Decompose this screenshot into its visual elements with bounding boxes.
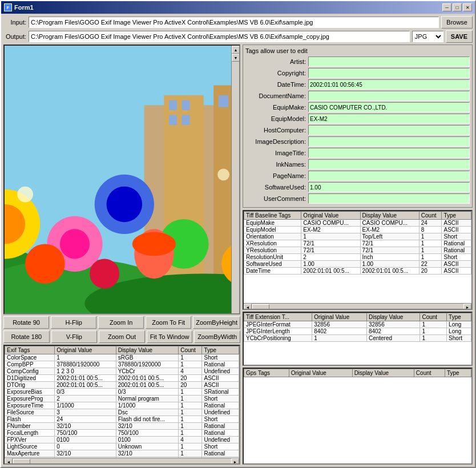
input-field[interactable] xyxy=(29,17,439,28)
rotate90-button[interactable]: Rotate 90 xyxy=(3,316,49,329)
table-cell: ColorSpace xyxy=(5,354,55,361)
tiff-col-tags: Tiff Baseline Tags xyxy=(244,212,301,220)
zoomtofit-button[interactable]: Zoom To Fit xyxy=(146,316,191,329)
tag-input[interactable] xyxy=(308,182,470,192)
table-cell: ExposureTime xyxy=(5,402,55,409)
preview-image xyxy=(5,46,239,313)
tag-input[interactable] xyxy=(308,193,470,204)
vflip-button[interactable]: V-Flip xyxy=(51,330,98,343)
tag-input[interactable] xyxy=(308,171,470,181)
close-button[interactable]: ✕ xyxy=(463,3,472,11)
right-tables: Tiff Baseline Tags Original Value Displa… xyxy=(243,210,473,465)
tiff-scroll-thumb[interactable] xyxy=(252,304,269,310)
scroll-right-button[interactable]: ► xyxy=(231,458,239,465)
table-cell: 32/10 xyxy=(116,450,178,457)
table-cell: Undefined xyxy=(202,368,239,375)
table-cell: 2002:01:01 00:5... xyxy=(55,375,116,382)
table-row: FocalLength750/100750/1001Rational xyxy=(5,430,239,437)
exif-table-scroll[interactable]: Exif Tags Original Value Display Value C… xyxy=(5,346,239,458)
tag-label: ImageDescription: xyxy=(245,138,308,145)
table-row: ColorSpace1sRGB1Short xyxy=(5,354,239,361)
output-field[interactable] xyxy=(29,31,410,42)
scroll-down-button[interactable]: ▼ xyxy=(232,54,240,62)
tag-input[interactable] xyxy=(308,57,470,67)
table-cell: Rational xyxy=(442,247,471,254)
table-cell: Orientation xyxy=(244,233,301,240)
rotate180-button[interactable]: Rotate 180 xyxy=(3,330,50,343)
table-cell: 1 xyxy=(179,361,202,368)
maximize-button[interactable]: □ xyxy=(453,3,462,11)
tag-input[interactable] xyxy=(308,91,470,101)
table-row: ExposureTime1/10001/10001Rational xyxy=(5,402,239,409)
table-cell: CASIO COMPU... xyxy=(301,220,360,227)
tag-row: DateTime: xyxy=(245,79,470,90)
tiff-baseline-horiz-scrollbar[interactable]: ◄ ► xyxy=(244,303,471,310)
tiff-extension-scroll[interactable]: Tiff Extension T... Original Value Displ… xyxy=(244,313,471,366)
table-cell: Short xyxy=(202,354,239,361)
svg-rect-2 xyxy=(164,95,203,304)
table-row: XResolution72/172/11Rational xyxy=(244,240,471,247)
format-select[interactable]: JPG PNG BMP xyxy=(412,31,443,42)
svg-point-29 xyxy=(17,187,33,203)
title-bar-left: F Form1 xyxy=(4,3,34,11)
table-cell: ASCII xyxy=(442,220,471,227)
tag-row: EquipMake: xyxy=(245,102,470,112)
table-cell: Undefined xyxy=(202,409,239,416)
tag-input[interactable] xyxy=(308,136,470,147)
table-cell: 72/1 xyxy=(360,247,419,254)
tags-section: Tags allow user to edit Artist:Copyright… xyxy=(243,45,473,208)
tiff-baseline-section: Tiff Baseline Tags Original Value Displa… xyxy=(243,210,473,310)
scroll-left-button[interactable]: ◄ xyxy=(5,458,13,465)
window-controls: ─ □ ✕ xyxy=(442,3,472,11)
table-cell: 378880/1920000 xyxy=(55,361,116,368)
image-container: ▲ ▼ xyxy=(3,45,240,314)
tag-input[interactable] xyxy=(308,102,470,112)
exif-col-type: Type xyxy=(202,346,239,354)
tag-label: Artist: xyxy=(245,58,308,65)
minimize-button[interactable]: ─ xyxy=(442,3,451,11)
tiff-scroll-left[interactable]: ◄ xyxy=(244,304,252,310)
button-row-1: Rotate 90 H-Flip Zoom In Zoom To Fit Zoo… xyxy=(3,316,240,329)
tag-row: HostComputer: xyxy=(245,125,470,135)
table-row: LightSource0Unknown1Short xyxy=(5,443,239,450)
table-cell: 3 xyxy=(55,409,116,416)
hflip-button[interactable]: H-Flip xyxy=(51,316,96,329)
table-cell: LightSource xyxy=(5,443,55,450)
table-cell: 1 xyxy=(179,430,202,437)
zoomin-button[interactable]: Zoom In xyxy=(98,316,144,329)
gps-col-count: Count xyxy=(414,369,445,377)
table-cell: 32/10 xyxy=(55,450,116,457)
table-cell: 32856 xyxy=(312,321,367,328)
table-cell: 1 xyxy=(179,389,202,396)
svg-rect-7 xyxy=(169,115,177,125)
exif-horiz-scrollbar[interactable]: ◄ ► xyxy=(5,458,239,465)
table-cell: 2002:01:01 00:5... xyxy=(116,382,178,389)
tag-input[interactable] xyxy=(308,125,470,135)
tag-input[interactable] xyxy=(308,68,470,78)
tiff-baseline-scroll[interactable]: Tiff Baseline Tags Original Value Displa… xyxy=(244,211,471,303)
fittowindow-button[interactable]: Fit To Window xyxy=(147,330,193,343)
tag-input[interactable] xyxy=(308,79,470,90)
tag-row: Artist: xyxy=(245,57,470,67)
zoomout-button[interactable]: Zoom Out xyxy=(99,330,145,343)
svg-rect-8 xyxy=(182,115,190,125)
table-row: JPEGInterLength840284021Long xyxy=(244,328,471,335)
scroll-thumb[interactable] xyxy=(13,459,30,465)
zoombywidth-button[interactable]: ZoomByWidth xyxy=(194,330,240,343)
table-cell: 2 xyxy=(55,396,116,402)
tag-input[interactable] xyxy=(308,148,470,158)
table-cell: Short xyxy=(202,443,239,450)
table-cell: JPEGInterLength xyxy=(244,328,312,335)
scroll-up-button[interactable]: ▲ xyxy=(232,46,240,54)
zoombyheight-button[interactable]: ZoomByHeight xyxy=(193,316,240,329)
tag-input[interactable] xyxy=(308,159,470,170)
table-cell: 1 2 3 0 xyxy=(55,368,116,375)
browse-button[interactable]: Browse xyxy=(441,16,473,29)
save-button[interactable]: SAVE xyxy=(446,30,473,43)
tiff-scroll-right[interactable]: ► xyxy=(463,304,471,310)
tag-label: ImageTitle: xyxy=(245,150,308,156)
table-cell: FPXVer xyxy=(5,437,55,443)
tag-input[interactable] xyxy=(308,114,470,124)
vertical-scrollbar[interactable]: ▲ ▼ xyxy=(231,46,239,313)
content-area: Input: Browse Output: JPG PNG BMP SAVE xyxy=(1,14,475,467)
